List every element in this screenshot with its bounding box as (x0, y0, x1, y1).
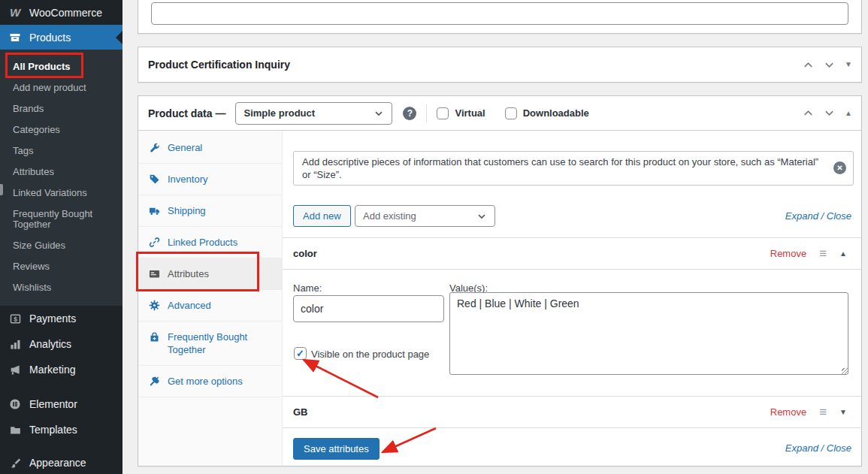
tab-label: Get more options (168, 375, 243, 388)
sidebar-item-products[interactable]: Products (0, 25, 122, 50)
tab-get-more-options[interactable]: Get more options (138, 366, 282, 397)
visible-on-product-page-checkbox[interactable]: ✓ (294, 347, 307, 360)
drag-handle-icon[interactable]: ≡ (819, 247, 827, 260)
submenu-frequently-bought-together[interactable]: Frequently Bought Together (0, 204, 122, 235)
submenu-wishlists[interactable]: Wishlists (0, 277, 122, 298)
tab-inventory[interactable]: Inventory (138, 164, 282, 195)
drag-handle-icon[interactable]: ≡ (819, 406, 827, 418)
attribute-row-gb: GB Remove ≡ ▼ (283, 396, 861, 428)
downloadable-checkbox[interactable] (505, 107, 517, 119)
expand-attribute-icon[interactable]: ▼ (839, 409, 847, 416)
links-separator: / (818, 210, 827, 222)
megaphone-icon (8, 364, 23, 376)
add-existing-select[interactable]: Add existing (355, 205, 495, 227)
tab-label: Advanced (168, 299, 211, 312)
virtual-checkbox[interactable] (437, 107, 449, 119)
panel-title: Product Certification Inquiry (148, 59, 290, 71)
attributes-tab-content: Add descriptive pieces of information th… (283, 131, 861, 466)
divider (426, 104, 427, 122)
submenu-attributes[interactable]: Attributes (0, 162, 122, 183)
move-down-icon[interactable] (824, 107, 835, 119)
close-link[interactable]: Close (827, 210, 851, 222)
product-type-value: Simple product (243, 107, 315, 119)
tab-label: Inventory (168, 173, 207, 186)
help-icon[interactable]: ? (403, 107, 416, 120)
move-down-icon[interactable] (824, 59, 835, 71)
save-attributes-button[interactable]: Save attributes (293, 438, 380, 460)
elementor-icon (8, 398, 23, 410)
sidebar-item-payments[interactable]: $ Payments (0, 306, 122, 331)
collapse-attribute-icon[interactable]: ▲ (839, 250, 847, 258)
name-field-label: Name: (293, 282, 322, 294)
submenu-brands[interactable]: Brands (0, 98, 122, 119)
plug-icon (149, 376, 161, 387)
sidebar-item-woocommerce[interactable]: W WooCommerce (0, 0, 122, 25)
tab-label: General (168, 141, 202, 154)
submenu-size-guides[interactable]: Size Guides (0, 235, 122, 256)
expand-link[interactable]: Expand (785, 210, 818, 222)
wrench-icon (149, 142, 161, 153)
sidebar-item-label: Appearance (29, 457, 86, 469)
sidebar-item-label: Analytics (29, 338, 71, 350)
dismiss-notice-icon[interactable]: ✕ (833, 162, 846, 174)
expand-link[interactable]: Expand (785, 442, 818, 454)
tab-attributes[interactable]: Attributes (138, 258, 282, 290)
product-data-header: Product data — Simple product ? Virtual … (138, 96, 861, 131)
sidebar-item-analytics[interactable]: Analytics (0, 331, 122, 357)
bag-plus-icon (149, 331, 161, 343)
tab-label: Frequently Bought Together (168, 331, 274, 356)
tab-advanced[interactable]: Advanced (138, 290, 282, 322)
product-title-input[interactable] (151, 2, 848, 25)
product-type-select[interactable]: Simple product (235, 102, 392, 125)
virtual-label: Virtual (455, 107, 485, 119)
expand-close-links: Expand / Close (785, 442, 851, 454)
sidebar-item-label: Products (29, 32, 71, 44)
bar-chart-icon (8, 339, 23, 350)
attribute-name-input[interactable] (293, 295, 444, 322)
move-up-icon[interactable] (803, 59, 814, 71)
sidebar-item-appearance[interactable]: Appearance (0, 450, 122, 474)
submenu-linked-variations[interactable]: Linked Variations (0, 183, 122, 204)
expand-close-links: Expand / Close (785, 210, 851, 222)
remove-attribute-link[interactable]: Remove (770, 248, 806, 259)
notice-text: Add descriptive pieces of information th… (302, 156, 818, 180)
close-link[interactable]: Close (827, 442, 851, 454)
move-up-icon[interactable] (803, 107, 814, 119)
remove-attribute-link[interactable]: Remove (770, 406, 806, 418)
products-box-icon (8, 32, 23, 44)
woocommerce-admin-screen: W WooCommerce Products All Products Add … (0, 0, 868, 474)
sidebar-item-marketing[interactable]: Marketing (0, 357, 122, 382)
sidebar-item-elementor[interactable]: Elementor (0, 391, 122, 417)
tab-linked-products[interactable]: Linked Products (138, 227, 282, 258)
admin-sidebar: W WooCommerce Products All Products Add … (0, 0, 122, 474)
tab-general[interactable]: General (138, 132, 282, 164)
tab-shipping[interactable]: Shipping (138, 195, 282, 227)
tab-frequently-bought-together[interactable]: Frequently Bought Together (138, 322, 282, 366)
chevron-down-icon (476, 211, 487, 222)
submenu-reviews[interactable]: Reviews (0, 256, 122, 277)
attributes-card-icon (149, 268, 161, 279)
attribute-values-textarea[interactable]: Red | Blue | White | Green (449, 292, 848, 375)
add-new-button[interactable]: Add new (293, 205, 351, 227)
toggle-panel-icon[interactable]: ▲ (845, 110, 852, 117)
product-data-tabs: General Inventory Shipping (138, 131, 283, 466)
products-submenu: All Products Add new product Brands Cate… (0, 50, 122, 306)
attribute-name: color (293, 248, 317, 259)
sidebar-item-label: Marketing (29, 364, 75, 376)
folder-icon (8, 424, 23, 436)
brush-icon (8, 457, 23, 469)
attribute-row-color: color Remove ≡ ▲ (283, 237, 861, 270)
chevron-down-icon (374, 108, 384, 119)
sidebar-item-label: WooCommerce (29, 7, 102, 19)
truck-icon (149, 205, 161, 216)
sidebar-item-label: Templates (29, 424, 77, 436)
submenu-add-new-product[interactable]: Add new product (0, 77, 122, 98)
submenu-all-products[interactable]: All Products (0, 56, 122, 77)
submenu-categories[interactable]: Categories (0, 119, 122, 140)
submenu-tags[interactable]: Tags (0, 140, 122, 162)
toggle-panel-icon[interactable]: ▼ (845, 61, 852, 68)
links-separator: / (818, 442, 827, 454)
tab-label: Shipping (168, 204, 206, 217)
sidebar-scroll-notch (0, 184, 3, 195)
sidebar-item-templates[interactable]: Templates (0, 417, 122, 442)
